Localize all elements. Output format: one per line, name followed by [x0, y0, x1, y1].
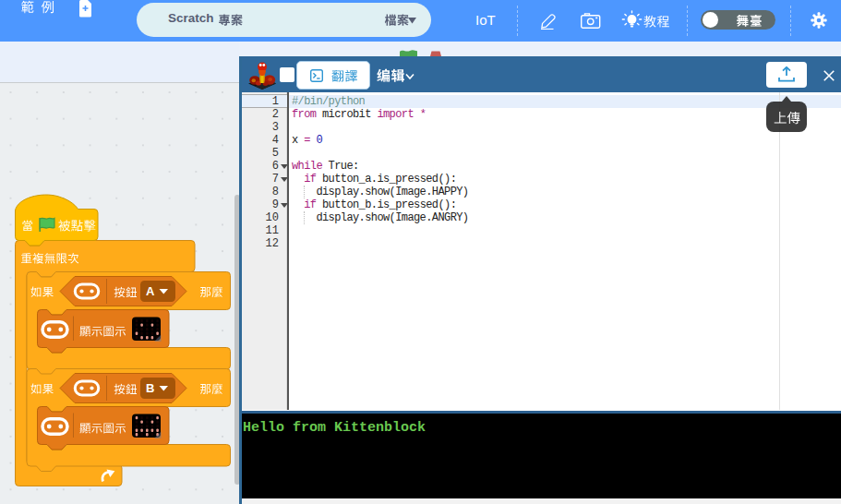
- svg-text:B: B: [146, 381, 154, 395]
- svg-text:A: A: [146, 284, 155, 298]
